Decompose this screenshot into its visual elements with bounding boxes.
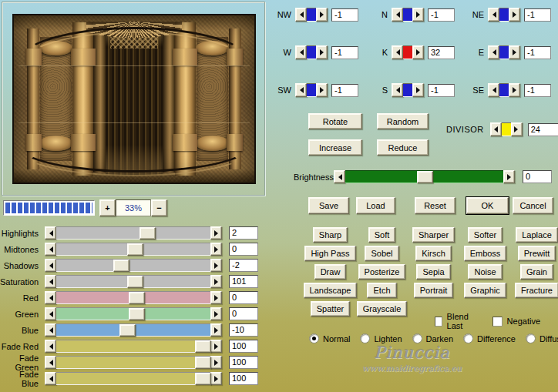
divisor-spin-left[interactable] — [490, 122, 502, 136]
filter-prewitt-button[interactable]: Prewitt — [518, 246, 556, 261]
slider-left-arrow[interactable] — [45, 340, 56, 353]
slider-right-arrow[interactable] — [210, 372, 222, 385]
slider-track[interactable] — [56, 291, 210, 304]
slider-value-highlights[interactable]: 2 — [229, 226, 258, 240]
filter-fracture-button[interactable]: Fracture — [515, 283, 558, 298]
preview-image[interactable] — [12, 14, 256, 184]
slider-track[interactable] — [56, 340, 210, 353]
cancel-button[interactable]: Cancel — [513, 197, 553, 214]
increase-button[interactable]: Increase — [308, 139, 362, 156]
spinner-left-arrow[interactable] — [392, 83, 403, 97]
brightness-left-arrow[interactable] — [334, 170, 345, 183]
spinner-left-arrow[interactable] — [392, 45, 403, 59]
spinner-right-arrow[interactable] — [412, 8, 424, 22]
checkbox-box[interactable] — [492, 317, 503, 327]
slider-right-arrow[interactable] — [210, 275, 222, 288]
slider-value-red[interactable]: 0 — [229, 291, 258, 304]
slider-value-blue[interactable]: -10 — [229, 323, 258, 337]
spinner-left-arrow[interactable] — [488, 83, 499, 97]
slider-thumb[interactable] — [195, 340, 211, 353]
slider-track[interactable] — [56, 307, 210, 320]
slider-track[interactable] — [56, 275, 210, 288]
brightness-thumb[interactable] — [417, 171, 433, 183]
kernel-value-nw[interactable]: -1 — [331, 8, 358, 22]
filter-etch-button[interactable]: Etch — [367, 283, 396, 298]
filter-landscape-button[interactable]: Landscape — [304, 283, 358, 298]
filter-grain-button[interactable]: Grain — [520, 264, 553, 280]
kernel-value-e[interactable]: -1 — [524, 46, 551, 59]
spinner-left-arrow[interactable] — [488, 8, 499, 22]
checkbox-box[interactable] — [435, 317, 442, 327]
kernel-value-ne[interactable]: -1 — [524, 8, 551, 22]
spinner-left-arrow[interactable] — [295, 45, 307, 59]
slider-right-arrow[interactable] — [210, 226, 222, 240]
spinner-right-arrow[interactable] — [509, 45, 520, 59]
slider-value-fade-red[interactable]: 100 — [229, 340, 258, 353]
filter-kirsch-button[interactable]: Kirsch — [415, 246, 452, 261]
slider-thumb[interactable] — [113, 260, 129, 272]
brightness-right-arrow[interactable] — [503, 170, 515, 183]
slider-left-arrow[interactable] — [45, 307, 56, 320]
slider-track[interactable] — [56, 372, 210, 385]
filter-emboss-button[interactable]: Emboss — [464, 246, 507, 261]
filter-soft-button[interactable]: Soft — [368, 227, 396, 243]
radio-icon[interactable] — [360, 333, 370, 343]
mode-darken[interactable]: Darken — [412, 333, 453, 343]
rotate-button[interactable]: Rotate — [308, 113, 362, 129]
reset-button[interactable]: Reset — [415, 197, 455, 214]
radio-icon[interactable] — [412, 333, 422, 343]
filter-posterize-button[interactable]: Posterize — [358, 264, 406, 280]
checkbox-blend-last[interactable]: Blend Last — [435, 312, 475, 330]
filter-sepia-button[interactable]: Sepia — [416, 264, 450, 280]
filter-portrait-button[interactable]: Portrait — [414, 283, 453, 298]
divisor-spin-right[interactable] — [511, 122, 523, 136]
divisor-value[interactable]: 24 — [528, 123, 558, 136]
mode-normal[interactable]: Normal — [309, 333, 350, 343]
slider-left-arrow[interactable] — [45, 275, 56, 288]
spinner-right-arrow[interactable] — [509, 8, 520, 22]
slider-left-arrow[interactable] — [45, 323, 56, 337]
slider-thumb[interactable] — [129, 292, 145, 304]
slider-right-arrow[interactable] — [210, 323, 222, 337]
filter-sharper-button[interactable]: Sharper — [412, 227, 455, 243]
kernel-value-s[interactable]: -1 — [428, 84, 455, 97]
filter-high-pass-button[interactable]: High Pass — [304, 246, 355, 261]
slider-thumb[interactable] — [195, 357, 211, 369]
filter-sharp-button[interactable]: Sharp — [313, 227, 348, 243]
brightness-track[interactable] — [345, 170, 503, 183]
slider-thumb[interactable] — [119, 324, 136, 337]
filter-spatter-button[interactable]: Spatter — [311, 301, 350, 317]
slider-left-arrow[interactable] — [45, 259, 56, 272]
slider-value-saturation[interactable]: 101 — [229, 275, 258, 288]
spinner-left-arrow[interactable] — [488, 45, 499, 59]
mode-diffuse[interactable]: Diffuse — [526, 333, 558, 343]
slider-left-arrow[interactable] — [45, 372, 56, 385]
zoom-out-button[interactable]: − — [151, 199, 167, 216]
slider-right-arrow[interactable] — [210, 291, 222, 304]
kernel-value-se[interactable]: -1 — [524, 84, 551, 97]
kernel-value-sw[interactable]: -1 — [331, 84, 358, 97]
slider-thumb[interactable] — [127, 243, 143, 256]
slider-track[interactable] — [56, 356, 210, 369]
slider-right-arrow[interactable] — [210, 259, 222, 272]
slider-track[interactable] — [56, 226, 210, 240]
slider-value-fade-blue[interactable]: 100 — [229, 372, 258, 385]
mode-lighten[interactable]: Lighten — [360, 333, 402, 343]
slider-track[interactable] — [56, 259, 210, 272]
filter-draw-button[interactable]: Draw — [314, 264, 347, 280]
spinner-left-arrow[interactable] — [295, 8, 307, 22]
slider-left-arrow[interactable] — [45, 356, 56, 369]
filter-grayscale-button[interactable]: Grayscale — [357, 301, 408, 317]
slider-right-arrow[interactable] — [210, 340, 222, 353]
filter-noise-button[interactable]: Noise — [468, 264, 502, 280]
spinner-right-arrow[interactable] — [316, 45, 328, 59]
filter-laplace-button[interactable]: Laplace — [516, 227, 558, 243]
slider-value-green[interactable]: 0 — [229, 307, 258, 320]
save-button[interactable]: Save — [308, 197, 349, 214]
radio-icon[interactable] — [526, 333, 536, 343]
filter-graphic-button[interactable]: Graphic — [464, 283, 506, 298]
spinner-right-arrow[interactable] — [412, 45, 424, 59]
radio-icon[interactable] — [309, 333, 319, 343]
slider-value-fade-green[interactable]: 100 — [229, 356, 258, 369]
filter-softer-button[interactable]: Softer — [468, 227, 503, 243]
